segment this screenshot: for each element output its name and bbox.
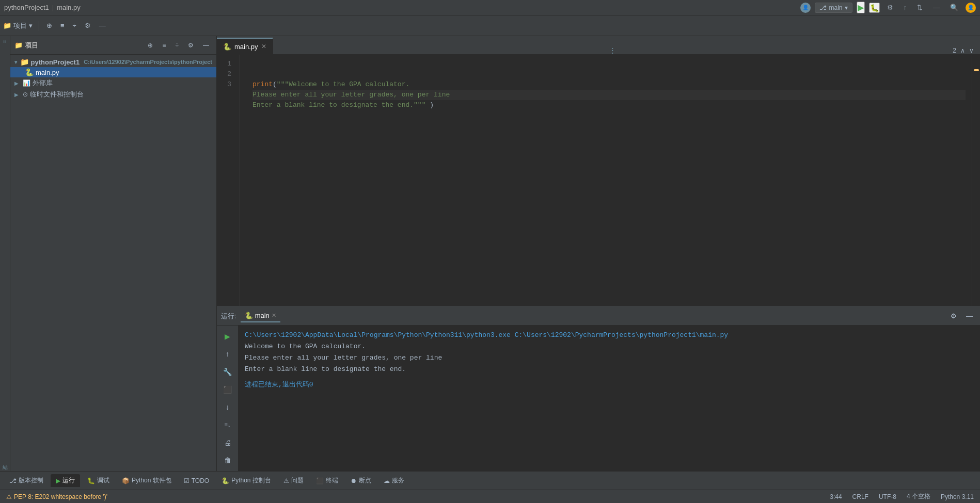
navigate-button[interactable]: ⊕	[43, 20, 55, 31]
run-tab-label: main	[255, 312, 270, 319]
run-play-button[interactable]: ▶	[220, 330, 235, 343]
encoding-btn[interactable]: UTF-8	[877, 492, 898, 501]
run-tab-python-icon: 🐍	[245, 312, 253, 319]
run-output-area: C:\Users\12902\AppData\Local\Programs\Py…	[239, 326, 980, 471]
breadcrumb-up-icon[interactable]: ∧	[960, 47, 965, 54]
crlf-btn[interactable]: CRLF	[850, 492, 871, 501]
left-icon-3[interactable]: 终	[1, 467, 10, 471]
split-button[interactable]: ÷	[70, 20, 80, 31]
branch-arrow-icon: ▾	[845, 4, 848, 11]
run-wrench-button[interactable]: 🔧	[220, 365, 235, 379]
line-col-btn[interactable]: 3:44	[828, 492, 844, 501]
tree-split-button[interactable]: ÷	[172, 40, 182, 51]
issues-tab-icon: ⚠	[283, 477, 289, 484]
tree-scratch-label: 临时文件和控制台	[30, 90, 84, 99]
title-bar-right: 👤 ⎇ main ▾ ▶ 🐛 ⚙ ↑ ⇅ — 🔍 👤	[800, 2, 976, 13]
tree-collapse-button[interactable]: ≡	[159, 40, 169, 51]
branch-name: main	[829, 4, 842, 11]
bottom-tab-issues[interactable]: ⚠ 问题	[278, 474, 309, 487]
user-profile-icon[interactable]: 👤	[966, 3, 976, 13]
run-label: 运行:	[221, 312, 236, 321]
bottom-tab-packages[interactable]: 📦 Python 软件包	[117, 474, 177, 487]
left-icon-2[interactable]: 結	[1, 459, 10, 463]
branch-selector[interactable]: ⎇ main ▾	[815, 3, 852, 13]
services-tab-icon: ☁	[384, 477, 390, 484]
run-panel-icons: ⚙ —	[947, 310, 976, 322]
bottom-tab-breakpoints[interactable]: ⏺ 断点	[345, 474, 376, 487]
tree-settings-button[interactable]: ⚙	[185, 40, 197, 51]
run-tab-close-icon[interactable]: ✕	[272, 312, 276, 319]
close-panel-button[interactable]: —	[96, 20, 109, 31]
status-warning-text: PEP 8: E202 whitespace before ')'	[14, 493, 107, 500]
output-command-line: C:\Users\12902\AppData\Local\Programs\Py…	[245, 330, 974, 341]
packages-tab-icon: 📦	[122, 477, 130, 484]
line-number-2: 2	[217, 69, 235, 79]
run-button[interactable]: ▶	[857, 2, 865, 13]
bottom-tab-debug[interactable]: 🐛 调试	[82, 474, 115, 487]
search-button[interactable]: 🔍	[947, 2, 961, 13]
user-avatar[interactable]: 👤	[800, 3, 811, 13]
run-stop-button[interactable]: ⬛	[220, 383, 235, 396]
line-number-1: 1	[217, 59, 235, 69]
python-version-text: Python 3.11	[941, 493, 974, 500]
run-format-button[interactable]: ≡↓	[220, 418, 235, 431]
structure-button[interactable]: ≡	[57, 20, 68, 31]
run-settings-button[interactable]: ⚙	[947, 310, 960, 322]
code-editor[interactable]: 1 2 3 print("""Welcome to the GPA calcul…	[217, 55, 980, 306]
coverage-button[interactable]: ⚙	[884, 2, 896, 13]
tree-close-button[interactable]: —	[200, 40, 212, 51]
project-name-label: pythonProject1	[4, 4, 49, 11]
breakpoints-tab-label: 断点	[359, 476, 371, 485]
packages-tab-label: Python 软件包	[132, 476, 171, 485]
services-tab-label: 服务	[392, 476, 404, 485]
run-print-button[interactable]: 🖨	[220, 436, 235, 449]
tree-item-scratch[interactable]: ▶ ⊙ 临时文件和控制台	[10, 89, 216, 100]
tab-more-button[interactable]: ⋮	[605, 46, 620, 54]
tab-close-icon[interactable]: ✕	[261, 43, 266, 50]
line-number-3: 3	[217, 79, 235, 90]
editor-tab-bar: 🐍 main.py ✕ ⋮ 2 ∧ ∨	[217, 36, 980, 55]
indent-btn[interactable]: 4 个空格	[905, 491, 932, 502]
run-trash-button[interactable]: 🗑	[220, 453, 235, 467]
content-area: ≡ 結 终 📁 项目 ⊕ ≡ ÷ ⚙ — ▾ 📁 pythonProject1 …	[0, 36, 980, 471]
status-warning-btn[interactable]: ⚠ PEP 8: E202 whitespace before ')'	[4, 492, 109, 501]
branch-icon: ⎇	[819, 4, 827, 11]
tree-item-project-root[interactable]: ▾ 📁 pythonProject1 C:\Users\12902\Pychar…	[10, 57, 216, 67]
line-col-text: 3:44	[830, 493, 842, 500]
tab-python-icon: 🐍	[223, 43, 231, 51]
status-bar-right: 3:44 CRLF UTF-8 4 个空格 Python 3.11	[828, 491, 976, 502]
left-icon-1[interactable]: ≡	[1, 38, 9, 45]
project-dropdown-icon[interactable]: ▾	[29, 22, 33, 29]
bottom-tab-todo[interactable]: ☑ TODO	[179, 475, 214, 486]
title-bar-left: pythonProject1 | main.py	[4, 4, 81, 11]
update-button[interactable]: ↑	[900, 2, 910, 13]
tree-item-external-lib[interactable]: ▶ 📊 外部库	[10, 77, 216, 89]
breadcrumb-counter: 2	[953, 47, 956, 54]
output-status-text: 进程已结束,退出代码0	[245, 381, 313, 388]
run-sidebar: ▶ ↑ 🔧 ⬛ ↓ ≡↓ 🖨 🗑	[217, 326, 239, 471]
terminal-tab-label: 终端	[326, 476, 338, 485]
run-close-button[interactable]: —	[963, 310, 976, 322]
tree-locate-button[interactable]: ⊕	[145, 40, 156, 51]
editor-tab-main-py[interactable]: 🐍 main.py ✕	[217, 38, 273, 54]
tree-scratch-arrow-icon: ▶	[14, 92, 21, 98]
code-content[interactable]: print("""Welcome to the GPA calculator.P…	[246, 55, 972, 306]
bottom-tab-services[interactable]: ☁ 服务	[378, 474, 409, 487]
main-toolbar: 📁 项目 ▾ ⊕ ≡ ÷ ⚙ —	[0, 15, 980, 36]
run-scroll-up-button[interactable]: ↑	[220, 347, 235, 361]
python-version-btn[interactable]: Python 3.11	[939, 492, 976, 501]
tree-item-main-py[interactable]: 🐍 main.py	[10, 67, 216, 77]
debug-button[interactable]: 🐛	[869, 3, 880, 13]
settings-button[interactable]: ⚙	[82, 20, 94, 31]
bottom-tab-terminal[interactable]: ⬛ 终端	[311, 474, 343, 487]
minimize-button[interactable]: —	[930, 2, 943, 13]
run-panel-content: ▶ ↑ 🔧 ⬛ ↓ ≡↓ 🖨 🗑 C:\Users\12902\AppData\…	[217, 326, 980, 471]
vcs-button[interactable]: ⇅	[914, 2, 926, 13]
output-line-3: Enter a blank line to designate the end.	[245, 364, 974, 375]
bottom-tab-run[interactable]: ▶ 运行	[51, 474, 80, 487]
bottom-tab-vcs[interactable]: ⎇ 版本控制	[4, 474, 49, 487]
bottom-tab-python-console[interactable]: 🐍 Python 控制台	[216, 474, 276, 487]
breadcrumb-down-icon[interactable]: ∨	[969, 47, 974, 54]
run-scroll-down-button[interactable]: ↓	[220, 400, 235, 414]
run-tab-main[interactable]: 🐍 main ✕	[241, 310, 280, 322]
